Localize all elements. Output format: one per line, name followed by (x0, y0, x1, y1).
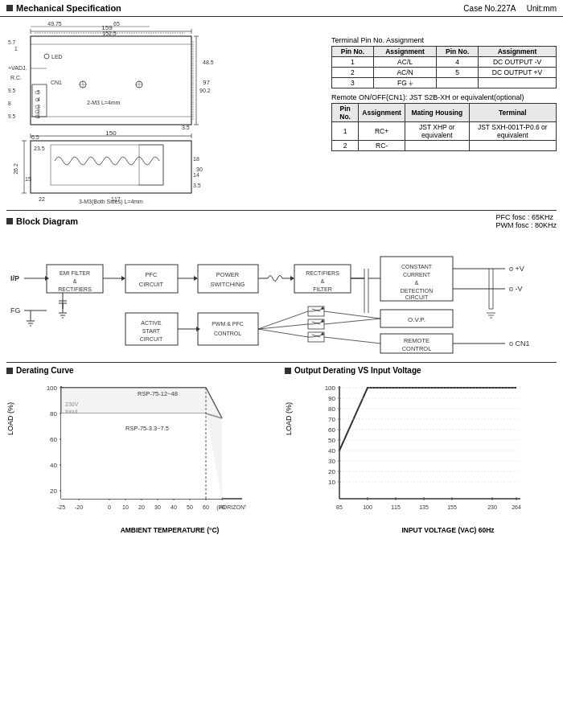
svg-text:80: 80 (328, 405, 335, 413)
mech-section: 159 49.75 65 152.5 97 90.2 48 (6, 20, 557, 207)
fosc-info: PFC fosc : 65KHz PWM fosc : 80KHz (495, 213, 557, 229)
svg-text:CIRCUIT: CIRCUIT (140, 336, 163, 342)
col-assignment-1: Assignment (373, 47, 436, 57)
svg-text:RECTIFIERS: RECTIFIERS (58, 286, 92, 292)
svg-text:48.5: 48.5 (203, 60, 214, 65)
svg-text:O.V.P.: O.V.P. (408, 316, 425, 323)
svg-text:PFC: PFC (146, 271, 158, 278)
derating-curve-section: Derating Curve LOAD (%) 100 80 60 40 20 (6, 366, 278, 558)
svg-text:6.5: 6.5 (31, 134, 39, 140)
svg-marker-140 (321, 306, 324, 309)
svg-text:&: & (415, 280, 419, 286)
svg-text:23.5: 23.5 (34, 146, 45, 151)
remote-pin-table: Pin No. Assignment Mating Housing Termin… (331, 103, 557, 151)
svg-text:CONTROL: CONTROL (402, 345, 432, 352)
svg-text:-20: -20 (75, 504, 83, 510)
svg-rect-133 (198, 313, 258, 345)
table-row: 2 AC/N 5 DC OUTPUT +V (332, 68, 557, 78)
svg-text:EMI FILTER: EMI FILTER (60, 270, 90, 276)
svg-text:40: 40 (171, 504, 177, 510)
svg-text:30: 30 (196, 167, 203, 172)
svg-line-161 (324, 311, 380, 319)
svg-text:FILTER: FILTER (313, 286, 332, 292)
svg-text:REMOTE: REMOTE (404, 337, 429, 344)
svg-text:60: 60 (328, 426, 335, 434)
svg-text:9.5: 9.5 (8, 88, 15, 93)
svg-marker-150 (321, 332, 324, 335)
svg-text:150: 150 (105, 130, 117, 137)
svg-text:START: START (142, 328, 161, 334)
case-no: Case No.227A (463, 4, 516, 13)
svg-text:26.2: 26.2 (13, 163, 18, 175)
col-pin-no-2: Pin No. (437, 47, 479, 57)
svg-text:10: 10 (122, 504, 129, 510)
svg-text:155: 155 (447, 504, 457, 510)
svg-text:9.5: 9.5 (8, 113, 15, 119)
svg-text:10: 10 (328, 479, 335, 486)
output-derating-chart: LOAD (%) 100 90 80 70 60 50 40 30 20 10 (285, 378, 557, 558)
remote-col-housing: Mating Housing (405, 104, 469, 122)
derating-y-label: LOAD (%) (6, 402, 14, 435)
svg-text:DETECTION: DETECTION (401, 288, 433, 294)
svg-text:SWITCHING: SWITCHING (211, 281, 245, 288)
remote-col-terminal: Terminal (469, 104, 556, 122)
svg-text:90: 90 (328, 395, 335, 402)
svg-text:30: 30 (154, 504, 161, 510)
table-area: Terminal Pin No. Assignment Pin No. Assi… (331, 20, 557, 207)
svg-text:135: 135 (419, 504, 429, 510)
svg-text:8: 8 (8, 101, 11, 106)
unit-label: Unit:mm (527, 4, 557, 13)
svg-point-20 (44, 54, 49, 59)
page-title: Mechanical Specification (6, 3, 121, 13)
svg-text:(HORIZONTAL): (HORIZONTAL) (216, 504, 246, 511)
svg-text:CURRENT: CURRENT (403, 272, 431, 278)
svg-text:0: 0 (108, 504, 111, 510)
svg-text:90.2: 90.2 (199, 88, 211, 93)
svg-text:-25: -25 (57, 504, 65, 510)
svg-text:100: 100 (325, 385, 336, 392)
svg-text:3.5: 3.5 (193, 183, 201, 188)
derating-title: Derating Curve (16, 366, 74, 375)
svg-text:18: 18 (193, 156, 199, 162)
remote-col-pin: Pin No. (332, 104, 359, 122)
svg-rect-93 (125, 265, 178, 293)
mech-content: 159 49.75 65 152.5 97 90.2 48 (0, 17, 563, 561)
svg-text:ACTIVE: ACTIVE (141, 320, 162, 326)
svg-line-163 (324, 337, 380, 343)
svg-text:RSP-75-12~48: RSP-75-12~48 (138, 390, 178, 397)
remote-col-assign: Assignment (359, 104, 405, 122)
svg-text:40: 40 (50, 462, 57, 469)
svg-text:60: 60 (50, 436, 57, 443)
svg-text:&: & (73, 278, 77, 284)
svg-text:22: 22 (39, 196, 45, 202)
svg-rect-52 (139, 145, 163, 185)
svg-text:o CN1: o CN1 (509, 339, 530, 348)
svg-text:CONSTANT: CONSTANT (401, 264, 433, 269)
svg-text:2-M3 L=4mm: 2-M3 L=4mm (87, 100, 121, 105)
svg-text:80: 80 (50, 410, 57, 417)
svg-text:I/P: I/P (10, 274, 19, 282)
svg-text:50: 50 (328, 437, 335, 444)
table-row: 2 RC- (332, 141, 557, 151)
svg-text:65: 65 (113, 21, 120, 27)
bullet-icon (6, 5, 13, 11)
bottom-sections: Derating Curve LOAD (%) 100 80 60 40 20 (6, 362, 557, 558)
title-text: Mechanical Specification (16, 3, 121, 13)
drawing-area: 159 49.75 65 152.5 97 90.2 48 (6, 20, 325, 207)
svg-text:100: 100 (47, 385, 58, 392)
svg-text:20: 20 (328, 468, 335, 475)
output-derating-header: Output Derating VS Input Voltage (285, 366, 557, 375)
svg-text:1: 1 (14, 46, 18, 51)
block-diagram-header: Block Diagram PFC fosc : 65KHz PWM fosc … (6, 213, 557, 229)
output-derating-section: Output Derating VS Input Voltage LOAD (%… (285, 366, 557, 558)
svg-text:CIRCUIT: CIRCUIT (405, 294, 429, 300)
svg-text:15: 15 (25, 176, 31, 182)
svg-text:RECTIFIERS: RECTIFIERS (306, 270, 339, 276)
header-section: Mechanical Specification Case No.227A Un… (0, 0, 563, 17)
svg-text:70: 70 (328, 416, 335, 423)
svg-text:FG: FG (10, 306, 21, 315)
svg-text:115: 115 (391, 504, 401, 510)
svg-marker-97 (194, 276, 198, 281)
svg-text:30: 30 (328, 458, 335, 465)
col-pin-no-1: Pin No. (332, 47, 374, 57)
